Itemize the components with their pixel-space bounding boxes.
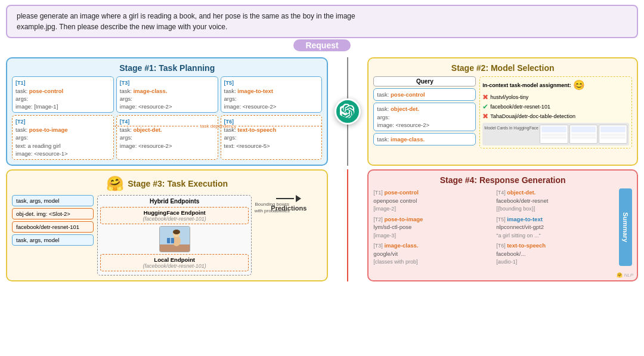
inctx-box: In-context task-model assignment: 😊 ✖ hu… <box>479 76 632 148</box>
stage4-content: [T1] pose-control openpose control [imag… <box>373 188 632 265</box>
stage2-title: Stage #2: Model Selection <box>373 63 632 73</box>
task-card-t5: [T5] task: image-to-text args: image: <r… <box>221 76 323 113</box>
inctx-title: In-context task-model assignment: 😊 <box>482 79 629 91</box>
stage3-emoji: 🤗 <box>106 175 124 192</box>
bottom-stages-row: 🤗 Stage #3: Task Execution task, args, m… <box>6 169 638 281</box>
stage3-box: 🤗 Stage #3: Task Execution task, args, m… <box>6 169 328 281</box>
model-cards-grid <box>540 125 627 144</box>
center-divider-bottom-area <box>333 169 363 281</box>
stage2-content: Query task: pose-control task: object-de… <box>373 76 632 148</box>
hybrid-box: Hybrid Endpoints HuggingFace Endpoint (f… <box>97 195 252 275</box>
arrow-head <box>296 195 301 202</box>
result-t4: [T4] object-det. facebook/detr-resnet [{… <box>496 188 617 212</box>
request-label-container: Request <box>6 39 638 51</box>
exec-card-1: task, args, model <box>12 195 94 206</box>
result-t5: [T5] image-to-text nlpconnect/vit-gpt2 "… <box>496 215 617 239</box>
exec-card-4: task, args, model <box>12 234 94 246</box>
result-t1: [T1] pose-control openpose control [imag… <box>373 188 494 212</box>
stage4-title: Stage #4: Response Generation <box>373 175 632 185</box>
exec-card-2: obj-det. img: <Slot-2> <box>12 208 94 219</box>
model-cross-2: ✖ TahaDouaji/detr-doc-table-detection <box>482 112 629 120</box>
girl-svg <box>160 227 190 252</box>
stage4-box: Stage #4: Response Generation [T1] pose-… <box>367 169 638 281</box>
query-title: Query <box>373 76 476 86</box>
model-card-2 <box>569 125 598 144</box>
query-section: Query task: pose-control task: object-de… <box>373 76 476 148</box>
nlp-watermark: 🤗 NLP <box>617 273 633 278</box>
model-card-3 <box>599 125 627 144</box>
request-box: please generate an image where a girl is… <box>6 5 638 38</box>
gpt-svg <box>340 104 355 119</box>
stage3-inner: task, args, model obj-det. img: <Slot-2>… <box>12 195 322 275</box>
summary-bar: Summary <box>619 188 632 265</box>
cross-icon-2: ✖ <box>482 112 488 120</box>
stage2-box: Stage #2: Model Selection Query task: po… <box>367 57 638 166</box>
task-card-t4: [T4] task: object-det. args: image: <res… <box>116 115 218 160</box>
gpt-icon <box>335 98 361 125</box>
stage1-title: Stage #1: Task Planning <box>12 63 322 73</box>
exec-card-3: facebook/detr-resnet-101 <box>12 221 94 233</box>
emoji-smile: 😊 <box>573 79 585 91</box>
local-endpoint-label: Local Endpoint <box>104 256 245 263</box>
request-text-line1: please generate an image where a girl is… <box>17 12 355 20</box>
query-pose-control: task: pose-control <box>373 88 476 101</box>
top-stages-row: Stage #1: Task Planning [T1] task: pose-… <box>6 57 638 166</box>
request-text-line2: example.jpg. Then please describe the ne… <box>17 23 227 31</box>
request-label-text: Request <box>293 39 350 51</box>
result-t6: [T6] text-to-speech facebook/... [audio-… <box>496 242 617 265</box>
model-cards-label: Model Cards in HuggingFace <box>484 125 538 130</box>
local-model-label: (facebook/detr-resnet-101) <box>104 263 245 269</box>
stage3-title: Stage #3: Task Execution <box>128 179 228 188</box>
results-col2: [T4] object-det. facebook/detr-resnet [{… <box>496 188 617 265</box>
task-card-t2: [T2] task: pose-to-image args: text: a r… <box>12 115 114 160</box>
model-card-1 <box>540 125 568 144</box>
local-endpoint-box: Local Endpoint (facebook/detr-resnet-101… <box>100 254 249 271</box>
hf-model-label: (facebook/detr-resnet-101) <box>104 216 245 222</box>
hf-endpoint-box: HuggingFace Endpoint (facebook/detr-resn… <box>100 207 249 224</box>
main-container: please generate an image where a girl is… <box>6 5 638 281</box>
bb-label: Bounding boxeswith probabilities <box>252 202 292 214</box>
task-card-t3: [T3] task: image-class. args: image: <re… <box>116 76 218 113</box>
model-check-1: ✔ facebook/detr-resnet-101 <box>482 103 629 111</box>
model-cards-area: Model Cards in HuggingFace <box>482 123 629 146</box>
cross-icon-1: ✖ <box>482 93 488 101</box>
center-divider-area <box>333 57 363 166</box>
hybrid-title: Hybrid Endpoints <box>100 198 249 205</box>
model-cross-1: ✖ hustvl/yolos-tiny <box>482 93 629 101</box>
hf-endpoint-label: HuggingFace Endpoint <box>104 209 245 216</box>
result-t2: [T2] pose-to-image lym/sd-ctl-pose [imag… <box>373 215 494 239</box>
check-icon-1: ✔ <box>482 103 488 111</box>
task-card-t6: [T6] task: text-to-speech args: text: <r… <box>221 115 323 160</box>
query-obj-det: task: object-det. args: image: <resource… <box>373 103 476 131</box>
arrow-line <box>276 198 294 199</box>
task-grid: [T1] task: pose-control args: image: [Im… <box>12 76 322 160</box>
exec-cards-col: task, args, model obj-det. img: <Slot-2>… <box>12 195 94 246</box>
result-t3: [T3] image-class. google/vit [classes wi… <box>373 242 494 265</box>
girl-image <box>159 226 190 252</box>
task-card-t1: [T1] task: pose-control args: image: [Im… <box>12 76 114 113</box>
query-img-class: task: image-class. <box>373 133 476 146</box>
stage1-box: Stage #1: Task Planning [T1] task: pose-… <box>6 57 328 166</box>
results-col1: [T1] pose-control openpose control [imag… <box>373 188 494 265</box>
stage3-header: 🤗 Stage #3: Task Execution <box>12 175 322 192</box>
svg-point-4 <box>173 230 180 234</box>
img-container <box>100 226 249 252</box>
vert-line-red <box>347 169 348 281</box>
